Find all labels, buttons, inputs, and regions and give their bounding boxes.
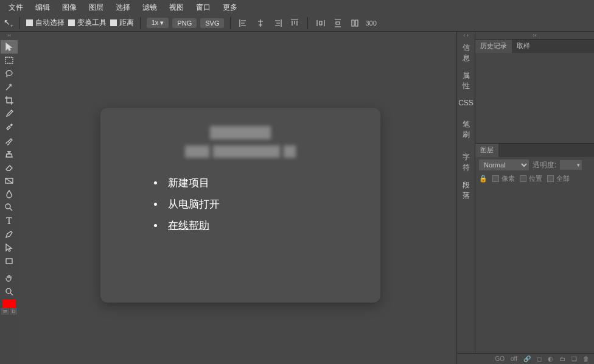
status-mask-icon[interactable]: ◻ (537, 355, 542, 362)
clone-stamp-tool[interactable] (1, 147, 18, 161)
menu-filter[interactable]: 滤镜 (136, 1, 163, 15)
shape-tool[interactable] (1, 254, 18, 268)
history-body (475, 53, 594, 143)
opacity-dropdown[interactable] (560, 160, 582, 170)
side-tab-paragraph[interactable]: 段落 (457, 177, 475, 205)
menu-image[interactable]: 图像 (56, 1, 83, 15)
side-panel-tabs: ‹ › 信息 属性 CSS 笔刷 字符 段落 (456, 32, 475, 364)
status-bar: GO off 🔗 ◻ ◐ 🗀 ❏ 🗑 (457, 353, 594, 364)
toolbar-collapse-icon[interactable]: ›‹ (0, 32, 18, 39)
menu-edit[interactable]: 编辑 (29, 1, 56, 15)
hand-tool[interactable] (1, 271, 18, 285)
welcome-new-project[interactable]: 新建项目 (164, 176, 344, 190)
options-bar: ↖+ 自动选择 变换工具 距离 1x ▾ PNG SVG 300 (0, 15, 594, 32)
distance-checkbox[interactable]: 距离 (110, 18, 134, 28)
lock-pixels-checkbox[interactable]: 像素 (492, 174, 515, 183)
zoom-dropdown[interactable]: 1x ▾ (147, 18, 169, 28)
layers-list (475, 184, 594, 364)
right-panels-collapse-icon[interactable]: ›‹ (475, 32, 594, 39)
magic-wand-tool[interactable] (1, 80, 18, 94)
svg-point-6 (6, 289, 11, 293)
side-tab-brush[interactable]: 笔刷 (457, 116, 475, 144)
distribute-h-icon[interactable] (314, 16, 327, 30)
menu-view[interactable]: 视图 (163, 1, 190, 15)
brush-tool[interactable] (1, 134, 18, 147)
status-go[interactable]: GO (495, 355, 505, 362)
color-swap-default[interactable]: ⇄D (1, 308, 18, 315)
svg-point-4 (5, 204, 10, 209)
marquee-tool[interactable] (1, 54, 18, 67)
blend-mode-select[interactable]: Normal (479, 159, 529, 170)
lock-all-checkbox[interactable]: 全部 (547, 174, 570, 183)
layers-tab[interactable]: 图层 (475, 144, 498, 157)
auto-select-checkbox[interactable]: 自动选择 (26, 18, 65, 28)
status-folder-icon[interactable]: 🗀 (559, 355, 565, 362)
ruler-value: 300 (365, 19, 376, 27)
history-panel: 历史记录 取样 (475, 39, 594, 143)
svg-point-2 (11, 124, 12, 125)
dodge-tool[interactable] (1, 201, 18, 214)
main-menu-bar: 文件 编辑 图像 图层 选择 滤镜 视图 窗口 更多 (0, 0, 594, 15)
welcome-open-from-computer[interactable]: 从电脑打开 (164, 197, 344, 211)
align-right-icon[interactable] (271, 16, 284, 30)
menu-select[interactable]: 选择 (110, 1, 136, 15)
spacing-icon[interactable] (348, 16, 362, 30)
crop-tool[interactable] (1, 94, 18, 107)
canvas-area: 新建项目 从电脑打开 在线帮助 (18, 32, 456, 364)
lock-icon: 🔒 (479, 175, 487, 183)
side-tabs-collapse-icon[interactable]: ‹ › (463, 32, 469, 39)
export-png-button[interactable]: PNG (172, 18, 197, 28)
pen-tool[interactable] (1, 228, 18, 241)
lock-position-checkbox[interactable]: 位置 (520, 174, 542, 183)
type-tool[interactable]: T (1, 214, 18, 228)
toolbar: T ⇄D (0, 39, 18, 315)
transform-tool-checkbox[interactable]: 变换工具 (68, 18, 107, 28)
align-left-icon[interactable] (237, 16, 250, 30)
distribute-v-icon[interactable] (331, 16, 344, 30)
align-center-h-icon[interactable] (254, 16, 267, 30)
svg-rect-5 (6, 259, 12, 264)
history-tab[interactable]: 历史记录 (475, 40, 512, 53)
eraser-tool[interactable] (1, 161, 18, 174)
healing-brush-tool[interactable] (1, 121, 18, 134)
zoom-tool[interactable] (1, 285, 18, 298)
swatches-tab[interactable]: 取样 (512, 40, 535, 53)
menu-more[interactable]: 更多 (217, 1, 243, 15)
side-tab-info[interactable]: 信息 (457, 39, 475, 67)
status-trash-icon[interactable]: 🗑 (583, 355, 589, 362)
move-tool[interactable] (1, 40, 18, 54)
eyedropper-tool[interactable] (1, 107, 18, 121)
gradient-tool[interactable] (1, 174, 18, 187)
export-svg-button[interactable]: SVG (200, 18, 224, 28)
align-top-icon[interactable] (288, 16, 301, 30)
foreground-color-swatch[interactable] (2, 299, 16, 308)
status-new-icon[interactable]: ❏ (571, 355, 577, 362)
opacity-label: 透明度: (533, 160, 556, 170)
status-adjust-icon[interactable]: ◐ (548, 355, 553, 362)
blurred-title (137, 126, 344, 158)
layers-panel: 图层 Normal 透明度: 🔒 像素 位置 全部 (475, 143, 594, 364)
menu-file[interactable]: 文件 (2, 1, 29, 15)
status-link-icon[interactable]: 🔗 (523, 355, 531, 362)
side-tab-properties[interactable]: 属性 (457, 67, 475, 95)
side-tab-character[interactable]: 字符 (457, 149, 475, 177)
menu-window[interactable]: 窗口 (190, 1, 217, 15)
menu-layer[interactable]: 图层 (83, 1, 110, 15)
path-select-tool[interactable] (1, 241, 18, 254)
svg-rect-0 (5, 57, 13, 63)
welcome-online-help[interactable]: 在线帮助 (164, 219, 344, 233)
lasso-tool[interactable] (1, 67, 18, 80)
blur-tool[interactable] (1, 187, 18, 201)
side-tab-css[interactable]: CSS (456, 95, 476, 111)
move-tool-icon: ↖+ (4, 18, 13, 29)
welcome-card: 新建项目 从电脑打开 在线帮助 (100, 108, 380, 303)
status-off[interactable]: off (511, 355, 517, 362)
